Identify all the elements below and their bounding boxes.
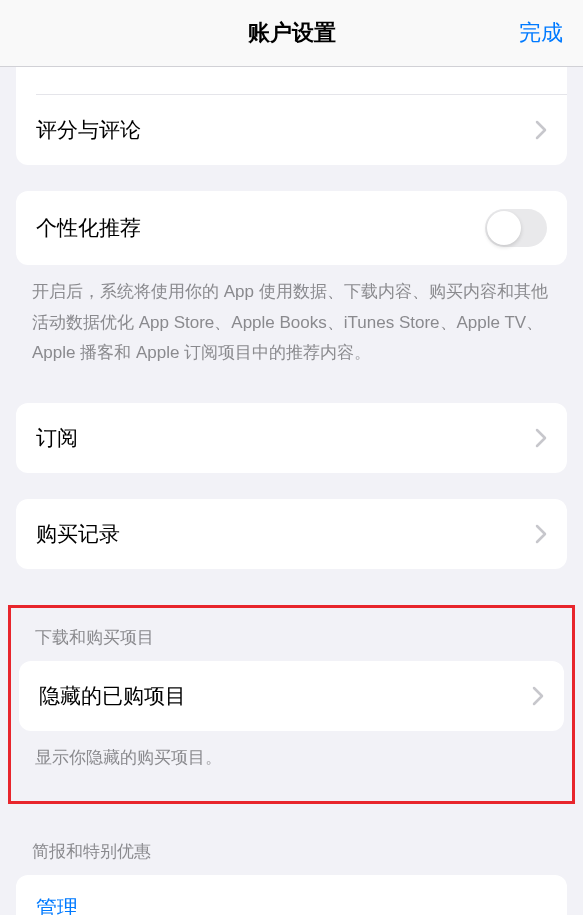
chevron-right-icon bbox=[535, 428, 547, 448]
ratings-reviews-row[interactable]: 评分与评论 bbox=[16, 95, 567, 165]
manage-label: 管理 bbox=[36, 894, 78, 915]
page-title: 账户设置 bbox=[248, 18, 336, 48]
personalized-toggle[interactable] bbox=[485, 209, 547, 247]
toggle-knob bbox=[487, 211, 521, 245]
ratings-reviews-label: 评分与评论 bbox=[36, 116, 141, 144]
purchase-history-row[interactable]: 购买记录 bbox=[16, 499, 567, 569]
header-bar: 账户设置 完成 bbox=[0, 0, 583, 67]
newsletter-section-header: 简报和特别优惠 bbox=[0, 830, 583, 875]
chevron-right-icon bbox=[532, 686, 544, 706]
purchase-history-group: 购买记录 bbox=[16, 499, 567, 569]
done-button[interactable]: 完成 bbox=[519, 18, 563, 48]
hidden-purchases-group: 隐藏的已购项目 bbox=[19, 661, 564, 731]
personalized-row: 个性化推荐 bbox=[16, 191, 567, 265]
hidden-purchases-footer: 显示你隐藏的购买项目。 bbox=[11, 731, 572, 782]
downloads-section-header: 下载和购买项目 bbox=[11, 616, 572, 661]
hidden-purchases-row[interactable]: 隐藏的已购项目 bbox=[19, 661, 564, 731]
highlight-annotation: 下载和购买项目 隐藏的已购项目 显示你隐藏的购买项目。 bbox=[8, 605, 575, 805]
top-group: 评分与评论 bbox=[16, 67, 567, 165]
personalized-footer: 开启后，系统将使用你的 App 使用数据、下载内容、购买内容和其他活动数据优化 … bbox=[0, 265, 583, 377]
subscriptions-row[interactable]: 订阅 bbox=[16, 403, 567, 473]
hidden-purchases-label: 隐藏的已购项目 bbox=[39, 682, 186, 710]
purchase-history-label: 购买记录 bbox=[36, 520, 120, 548]
manage-group: 管理 bbox=[16, 875, 567, 915]
subscriptions-group: 订阅 bbox=[16, 403, 567, 473]
personalized-label: 个性化推荐 bbox=[36, 214, 141, 242]
partial-cell bbox=[36, 75, 567, 95]
manage-row[interactable]: 管理 bbox=[16, 875, 567, 915]
chevron-right-icon bbox=[535, 120, 547, 140]
subscriptions-label: 订阅 bbox=[36, 424, 78, 452]
personalized-group: 个性化推荐 bbox=[16, 191, 567, 265]
chevron-right-icon bbox=[535, 524, 547, 544]
